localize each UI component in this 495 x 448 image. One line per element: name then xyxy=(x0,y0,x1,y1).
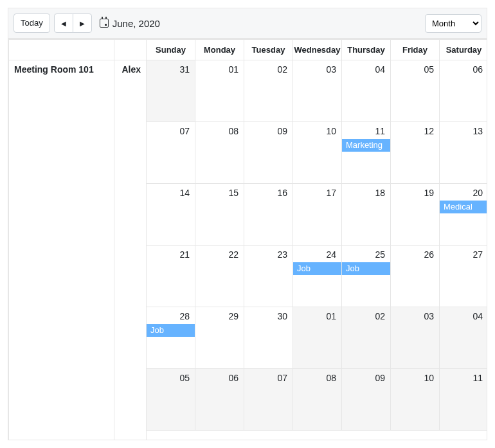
day-cell[interactable]: 12 xyxy=(391,122,440,184)
day-number: 06 xyxy=(440,60,487,76)
date-display[interactable]: June, 2020 xyxy=(96,18,164,29)
day-cell[interactable]: 09 xyxy=(342,369,391,431)
day-cell[interactable]: 28Job xyxy=(147,307,195,369)
day-header: Thursday xyxy=(342,40,391,60)
day-cell[interactable]: 04 xyxy=(440,307,487,369)
day-cell[interactable]: 18 xyxy=(342,184,391,246)
day-number: 05 xyxy=(147,369,195,384)
day-number: 12 xyxy=(391,122,439,138)
day-cell[interactable]: 14 xyxy=(147,184,195,246)
chevron-right-icon: ▶ xyxy=(80,20,85,27)
event[interactable]: Job xyxy=(293,262,341,275)
day-cell[interactable]: 20Medical xyxy=(440,184,487,246)
day-number: 08 xyxy=(195,122,244,138)
view-select[interactable]: DayWeekMonthYearAgendaTimeline xyxy=(425,14,482,33)
day-cell[interactable]: 01 xyxy=(195,60,244,122)
today-button[interactable]: Today xyxy=(14,13,50,33)
day-cell[interactable]: 08 xyxy=(293,369,342,431)
day-number: 05 xyxy=(391,60,439,76)
day-number: 22 xyxy=(195,246,244,261)
chevron-left-icon: ◀ xyxy=(61,20,66,27)
day-header: Sunday xyxy=(147,40,195,60)
day-cell[interactable]: 06 xyxy=(195,369,244,431)
day-number: 18 xyxy=(342,184,390,199)
day-cell[interactable]: 22 xyxy=(195,246,244,307)
day-cell[interactable]: 31 xyxy=(147,60,195,122)
day-number: 11 xyxy=(440,369,487,384)
day-cell[interactable]: 05 xyxy=(147,369,195,431)
day-cell[interactable]: 10 xyxy=(293,122,342,184)
day-number: 03 xyxy=(391,307,439,323)
day-cell[interactable]: 16 xyxy=(244,184,293,246)
day-cell[interactable]: 21 xyxy=(147,246,195,307)
day-cell[interactable]: 08 xyxy=(195,122,244,184)
day-number: 31 xyxy=(147,60,195,76)
day-number: 01 xyxy=(293,307,341,323)
day-number: 25 xyxy=(342,246,390,261)
day-number: 01 xyxy=(195,60,244,76)
day-cell[interactable]: 07 xyxy=(147,122,195,184)
day-header: Wednesday xyxy=(293,40,342,60)
day-number: 02 xyxy=(244,60,292,76)
day-header: Saturday xyxy=(440,40,487,60)
day-number: 07 xyxy=(244,369,292,384)
day-number: 30 xyxy=(244,307,292,323)
resource-pane: Meeting Room 101 Alex xyxy=(8,39,146,440)
day-number: 17 xyxy=(293,184,341,199)
day-cell[interactable]: 15 xyxy=(195,184,244,246)
day-cell[interactable]: 07 xyxy=(244,369,293,431)
day-number: 10 xyxy=(293,122,341,138)
event[interactable]: Medical xyxy=(440,201,487,213)
day-number: 24 xyxy=(293,246,341,261)
day-number: 03 xyxy=(293,60,341,76)
day-cell[interactable]: 30 xyxy=(244,307,293,369)
day-header: Friday xyxy=(391,40,440,60)
day-cell[interactable]: 27 xyxy=(440,246,487,307)
event[interactable]: Job xyxy=(342,262,390,275)
day-cell[interactable]: 04 xyxy=(342,60,391,122)
event[interactable]: Marketing xyxy=(342,139,390,152)
resource-header-2 xyxy=(114,40,147,60)
resource-cell-room[interactable]: Meeting Room 101 xyxy=(9,60,114,440)
day-cell[interactable]: 13 xyxy=(440,122,487,184)
day-number: 27 xyxy=(440,246,487,261)
day-header: Monday xyxy=(195,40,244,60)
day-number: 10 xyxy=(391,369,439,384)
calendar-icon xyxy=(100,19,109,28)
day-number: 20 xyxy=(440,184,487,199)
day-cell[interactable]: 03 xyxy=(391,307,440,369)
resource-cell-person[interactable]: Alex xyxy=(114,60,147,440)
day-number: 28 xyxy=(147,307,195,323)
day-cell[interactable]: 26 xyxy=(391,246,440,307)
day-number: 07 xyxy=(147,122,195,138)
day-cell[interactable]: 03 xyxy=(293,60,342,122)
day-cell[interactable]: 19 xyxy=(391,184,440,246)
day-cell[interactable]: 02 xyxy=(244,60,293,122)
day-cell[interactable]: 29 xyxy=(195,307,244,369)
day-cell[interactable]: 23 xyxy=(244,246,293,307)
day-number: 29 xyxy=(195,307,244,323)
month-grid-scroll[interactable]: SundayMondayTuesdayWednesdayThursdayFrid… xyxy=(146,39,487,440)
day-cell[interactable]: 06 xyxy=(440,60,487,122)
day-cell[interactable]: 17 xyxy=(293,184,342,246)
day-cell[interactable]: 05 xyxy=(391,60,440,122)
day-cell[interactable]: 10 xyxy=(391,369,440,431)
day-cell[interactable]: 25Job xyxy=(342,246,391,307)
next-button[interactable]: ▶ xyxy=(73,13,92,33)
day-cell[interactable]: 09 xyxy=(244,122,293,184)
day-number: 02 xyxy=(342,307,390,323)
scheduler-panel: Today ◀ ▶ June, 2020 DayWeekMonthYearAge… xyxy=(8,8,487,440)
day-cell[interactable]: 24Job xyxy=(293,246,342,307)
day-cell[interactable]: 11 xyxy=(440,369,487,431)
toolbar: Today ◀ ▶ June, 2020 DayWeekMonthYearAge… xyxy=(8,8,487,39)
day-cell[interactable]: 11Marketing xyxy=(342,122,391,184)
day-number: 09 xyxy=(342,369,390,384)
day-number: 26 xyxy=(391,246,439,261)
event[interactable]: Job xyxy=(147,324,195,337)
day-cell[interactable]: 01 xyxy=(293,307,342,369)
day-cell[interactable]: 02 xyxy=(342,307,391,369)
prev-button[interactable]: ◀ xyxy=(54,13,73,33)
day-number: 16 xyxy=(244,184,292,199)
day-number: 13 xyxy=(440,122,487,138)
day-number: 19 xyxy=(391,184,439,199)
